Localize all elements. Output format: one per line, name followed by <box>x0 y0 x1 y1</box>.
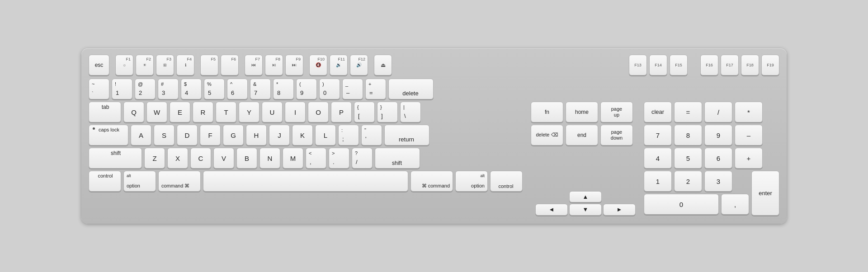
key-f17[interactable]: F17 <box>721 55 739 75</box>
key-2[interactable]: @ 2 <box>135 79 156 99</box>
key-command-right[interactable]: ⌘ command <box>410 171 453 192</box>
key-u[interactable]: U <box>262 102 283 122</box>
key-eject[interactable]: ⏏ <box>374 55 392 75</box>
key-end[interactable]: end <box>566 125 598 145</box>
key-backtick[interactable]: ~ ` <box>89 79 109 99</box>
key-command-left[interactable]: command ⌘ <box>158 171 201 192</box>
key-f11[interactable]: 🔉 F11 <box>330 55 348 75</box>
key-num-minus[interactable]: – <box>735 125 763 145</box>
key-f6[interactable]: F6 <box>221 55 239 75</box>
key-equals[interactable]: + = <box>365 79 386 99</box>
key-9[interactable]: ( 9 <box>296 79 317 99</box>
key-d[interactable]: D <box>177 125 198 145</box>
key-backslash[interactable]: | \ <box>400 102 421 122</box>
key-m[interactable]: M <box>283 148 303 169</box>
key-caps-lock[interactable]: caps lock <box>89 125 128 145</box>
key-num-8[interactable]: 8 <box>674 125 702 145</box>
key-6[interactable]: ^ 6 <box>227 79 248 99</box>
key-home[interactable]: home <box>566 102 598 122</box>
key-num-7[interactable]: 7 <box>644 125 672 145</box>
key-a[interactable]: A <box>131 125 151 145</box>
key-h[interactable]: H <box>246 125 267 145</box>
key-4[interactable]: $ 4 <box>181 79 202 99</box>
key-rbracket[interactable]: } ] <box>377 102 398 122</box>
key-pageup[interactable]: pageup <box>600 102 633 122</box>
key-shift-left[interactable]: shift <box>89 148 142 169</box>
key-z[interactable]: Z <box>144 148 165 169</box>
key-f1[interactable]: ☼ F1 <box>115 55 133 75</box>
key-f2[interactable]: ☀ F2 <box>136 55 154 75</box>
key-k[interactable]: K <box>292 125 313 145</box>
key-num-clear[interactable]: clear <box>644 102 672 122</box>
key-x[interactable]: X <box>167 148 188 169</box>
key-5[interactable]: % 5 <box>204 79 225 99</box>
key-semicolon[interactable]: : ; <box>338 125 359 145</box>
key-option-right[interactable]: alt option <box>455 171 488 192</box>
key-slash[interactable]: ? / <box>352 148 373 169</box>
key-delete[interactable]: delete <box>388 79 434 99</box>
key-j[interactable]: J <box>269 125 290 145</box>
key-minus[interactable]: _ – <box>342 79 363 99</box>
key-w[interactable]: W <box>146 102 167 122</box>
key-num-equals[interactable]: = <box>674 102 702 122</box>
key-1[interactable]: ! 1 <box>112 79 132 99</box>
key-left-arrow[interactable]: ◄ <box>535 204 568 216</box>
key-7[interactable]: & 7 <box>250 79 271 99</box>
key-f13[interactable]: F13 <box>629 55 647 75</box>
key-fn[interactable]: fn <box>531 102 563 122</box>
key-num-divide[interactable]: / <box>704 102 732 122</box>
key-num-5[interactable]: 5 <box>674 148 702 169</box>
key-shift-right[interactable]: shift <box>375 148 420 169</box>
key-option-left[interactable]: alt option <box>123 171 156 192</box>
key-num-multiply[interactable]: * <box>735 102 763 122</box>
key-g[interactable]: G <box>223 125 244 145</box>
key-right-arrow[interactable]: ► <box>603 204 636 216</box>
key-f15[interactable]: F15 <box>670 55 688 75</box>
key-f19[interactable]: F19 <box>761 55 779 75</box>
key-up-arrow[interactable]: ▲ <box>569 191 602 203</box>
key-s[interactable]: S <box>154 125 175 145</box>
key-comma[interactable]: < , <box>306 148 326 169</box>
key-control-left[interactable]: control <box>89 171 121 192</box>
key-f5[interactable]: F5 <box>200 55 218 75</box>
key-quote[interactable]: " ' <box>361 125 382 145</box>
key-y[interactable]: Y <box>239 102 259 122</box>
key-c[interactable]: C <box>190 148 211 169</box>
key-e[interactable]: E <box>170 102 190 122</box>
key-num-2[interactable]: 2 <box>674 171 702 192</box>
key-f4[interactable]: ℹ F4 <box>176 55 194 75</box>
key-i[interactable]: I <box>285 102 306 122</box>
key-f16[interactable]: F16 <box>700 55 718 75</box>
key-period[interactable]: > . <box>329 148 349 169</box>
key-num-decimal[interactable]: , <box>721 194 749 215</box>
key-pagedown[interactable]: pagedown <box>600 125 633 145</box>
key-fwd-delete[interactable]: delete ⌫ <box>531 125 563 145</box>
key-f7[interactable]: ⏮ F7 <box>245 55 263 75</box>
key-num-6[interactable]: 6 <box>704 148 732 169</box>
key-down-arrow[interactable]: ▼ <box>569 204 602 216</box>
key-lbracket[interactable]: { [ <box>354 102 375 122</box>
key-tab[interactable]: tab <box>89 102 121 122</box>
key-f9[interactable]: ⏭ F9 <box>285 55 303 75</box>
key-f18[interactable]: F18 <box>741 55 759 75</box>
key-b[interactable]: B <box>236 148 257 169</box>
key-n[interactable]: N <box>259 148 280 169</box>
key-f10[interactable]: 🔇 F10 <box>309 55 327 75</box>
key-r[interactable]: R <box>193 102 213 122</box>
key-num-1[interactable]: 1 <box>644 171 672 192</box>
key-o[interactable]: O <box>308 102 329 122</box>
key-l[interactable]: L <box>315 125 336 145</box>
key-3[interactable]: # 3 <box>158 79 179 99</box>
key-t[interactable]: T <box>216 102 236 122</box>
key-num-3[interactable]: 3 <box>704 171 732 192</box>
key-f3[interactable]: ⊞ F3 <box>156 55 174 75</box>
key-num-plus[interactable]: + <box>735 148 763 169</box>
key-v[interactable]: V <box>213 148 234 169</box>
key-return[interactable]: return <box>384 125 429 145</box>
key-q[interactable]: Q <box>123 102 144 122</box>
key-0[interactable]: ) 0 <box>319 79 340 99</box>
key-num-9[interactable]: 9 <box>704 125 732 145</box>
key-f8[interactable]: ⏯ F8 <box>265 55 283 75</box>
key-8[interactable]: * 8 <box>273 79 294 99</box>
key-num-0[interactable]: 0 <box>644 194 719 215</box>
